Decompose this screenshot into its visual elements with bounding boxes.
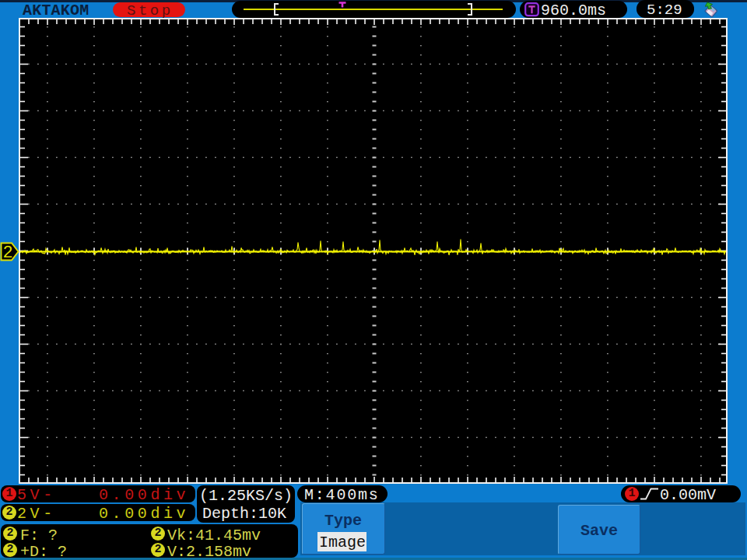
svg-text:2: 2 bbox=[3, 243, 13, 263]
